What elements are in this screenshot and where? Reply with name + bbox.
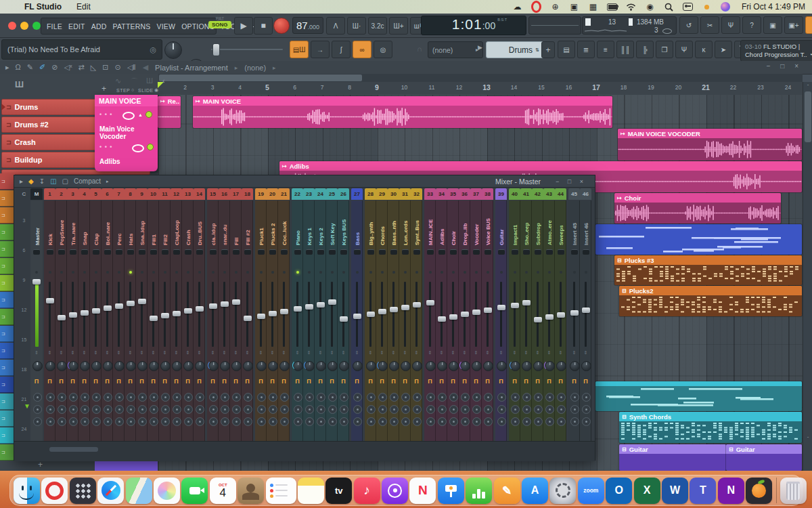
track-tab-14[interactable]: ⊐ [0, 394, 15, 410]
fader-thumb[interactable] [81, 310, 89, 316]
plugin-icon[interactable]: Ψ [675, 41, 693, 58]
menubar-app-name[interactable]: FL Studio [24, 2, 62, 12]
plugin-plug-icon[interactable]: Π [182, 378, 194, 385]
mute-button[interactable] [427, 249, 434, 255]
stop-button[interactable]: ■ [254, 17, 273, 35]
slot-knob-1[interactable] [484, 393, 493, 402]
mixer-strip-clap[interactable]: Clap⇕Π [90, 200, 102, 441]
minimize-window-button[interactable] [20, 22, 28, 30]
stereo-sep-icon[interactable]: ⇕ [436, 350, 447, 356]
track-tab-11[interactable]: ⊐ [0, 343, 15, 359]
dock-podcasts[interactable] [382, 478, 408, 504]
track-tab-15[interactable]: ⊐ [0, 410, 15, 427]
fader-track[interactable] [152, 282, 154, 347]
slot-knob-3[interactable] [305, 417, 314, 426]
channel-header-43[interactable]: 43 [543, 188, 555, 200]
slide-view-icon[interactable]: ⌒ [131, 77, 138, 87]
pan-knob[interactable] [533, 361, 543, 371]
plugin-plug-icon[interactable]: Π [207, 378, 219, 385]
slot-knob-3[interactable] [401, 417, 410, 426]
record-button[interactable] [273, 18, 290, 34]
mute-button[interactable] [70, 249, 76, 255]
slot-knob-1[interactable] [69, 393, 78, 402]
scroll-down-icon[interactable]: ˇ [803, 436, 812, 442]
fader-thumb[interactable] [367, 312, 375, 317]
slot-knob-1[interactable] [511, 393, 520, 402]
fader-thumb[interactable] [69, 312, 77, 318]
mute-button[interactable] [340, 249, 347, 255]
cloud-icon[interactable]: ☁ [512, 2, 522, 12]
fader-track[interactable] [283, 282, 285, 347]
slot-knob-2[interactable] [127, 405, 135, 414]
slot-knob-3[interactable] [413, 417, 422, 426]
channel-header-13[interactable]: 13 [182, 188, 194, 200]
slot-knob-3[interactable] [150, 417, 158, 426]
track-tab-1[interactable]: ⊐ [0, 173, 15, 190]
dock-maps[interactable] [126, 478, 152, 504]
stereo-sep-icon[interactable]: ⇕ [543, 350, 555, 356]
now-playing-icon[interactable]: ◉ [645, 2, 655, 12]
fader-track[interactable] [223, 282, 225, 347]
mixer-strip-piano[interactable]: Piano⇕Π [292, 200, 303, 441]
fader-thumb[interactable] [209, 303, 217, 309]
remote-icon[interactable]: κ [695, 41, 713, 58]
track-tab-7[interactable]: ⊐ [0, 275, 15, 291]
mute-button[interactable] [127, 249, 134, 255]
track-tab-8[interactable]: ⊐ [0, 292, 15, 308]
mixer-strip-crash[interactable]: Crash⇕Π [182, 200, 194, 441]
fader-thumb[interactable] [150, 316, 158, 321]
slot-knob-1[interactable] [81, 393, 89, 402]
scroll-up-icon[interactable]: ˆ [803, 83, 812, 89]
close-window-button[interactable] [8, 22, 16, 30]
slot-knob-1[interactable] [353, 393, 362, 402]
mixer-strip-voice-bus[interactable]: Voice BUS⇕Π [482, 200, 493, 441]
slot-knob-3[interactable] [269, 417, 277, 426]
track-tab-16[interactable]: ⊐ [0, 427, 15, 444]
fader-thumb[interactable] [449, 314, 457, 320]
mixer-strip-synt-bus[interactable]: Synt..Bus⇕Π [411, 200, 422, 441]
pan-knob[interactable] [149, 361, 159, 371]
plugin-plug-icon[interactable]: Π [411, 378, 422, 385]
slot-knob-2[interactable] [378, 405, 387, 414]
slot-knob-1[interactable] [33, 393, 42, 402]
fl-menu-file[interactable]: FILE [47, 22, 62, 30]
fader-thumb[interactable] [557, 312, 565, 318]
plugin-plug-icon[interactable]: Π [436, 378, 447, 385]
slot-knob-2[interactable] [472, 405, 481, 414]
slot-knob-1[interactable] [557, 393, 566, 402]
dock-outlook[interactable]: O [606, 478, 632, 504]
fader-track[interactable] [429, 282, 431, 347]
fader-track[interactable] [106, 282, 108, 347]
channel-header-32[interactable]: 32 [411, 188, 422, 200]
pan-knob[interactable] [556, 361, 566, 371]
fader-thumb[interactable] [378, 309, 386, 314]
stereo-sep-icon[interactable]: ⇕ [255, 350, 267, 356]
fader-track[interactable] [95, 282, 97, 347]
dock-trash[interactable] [780, 478, 807, 504]
fader-thumb[interactable] [127, 301, 135, 306]
fader-thumb[interactable] [232, 299, 240, 305]
menubar-item-edit[interactable]: Edit [76, 2, 91, 12]
slot-knob-2[interactable] [449, 405, 458, 414]
dock-zoom[interactable]: zoom [578, 478, 604, 504]
fader-track[interactable] [296, 282, 298, 347]
mute-button[interactable] [221, 249, 228, 255]
slot-knob-1[interactable] [150, 393, 158, 402]
link-icon[interactable]: ∞ [353, 41, 371, 58]
pan-knob[interactable] [483, 361, 493, 371]
export-icon[interactable]: ↓ [805, 16, 812, 34]
fader-track[interactable] [319, 282, 321, 347]
mute-button[interactable] [58, 249, 65, 255]
fader-thumb[interactable] [115, 303, 123, 309]
slot-knob-3[interactable] [472, 417, 481, 426]
pat-mode-label[interactable]: PAT [208, 16, 231, 21]
fader-thumb[interactable] [32, 279, 41, 284]
step-toggle[interactable]: ○ [131, 87, 135, 92]
playlist-arrangement-value[interactable]: (none) [244, 64, 266, 72]
mixer-strip-keys-bus[interactable]: Keys BUS⇕Π [338, 200, 349, 441]
menubar-clock[interactable]: Fri Oct 4 1:49 PM [742, 2, 805, 12]
channel-header-18[interactable]: 18 [242, 188, 253, 200]
stereo-sep-icon[interactable]: ⇕ [580, 350, 591, 356]
plugin-plug-icon[interactable]: Π [148, 378, 159, 385]
plugin-plug-icon[interactable]: Π [568, 378, 580, 385]
